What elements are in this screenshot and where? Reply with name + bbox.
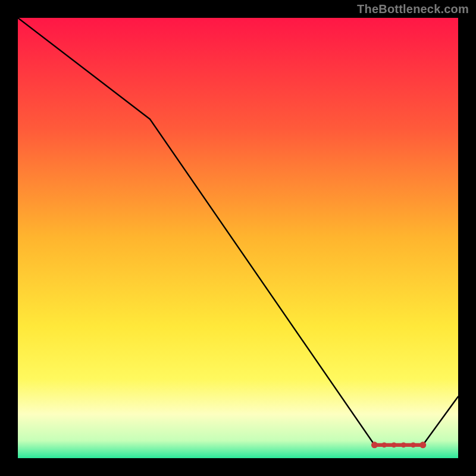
marker-dot xyxy=(381,442,387,447)
chart-svg xyxy=(18,18,458,458)
plot-area xyxy=(18,18,458,458)
chart-frame: TheBottleneck.com xyxy=(0,0,476,476)
marker-dot xyxy=(411,442,416,447)
marker-dot xyxy=(419,441,426,448)
marker-dot xyxy=(401,442,406,447)
marker-dot xyxy=(392,442,397,447)
marker-dot xyxy=(371,441,378,448)
gradient-background xyxy=(18,18,458,458)
watermark-text: TheBottleneck.com xyxy=(357,2,469,16)
